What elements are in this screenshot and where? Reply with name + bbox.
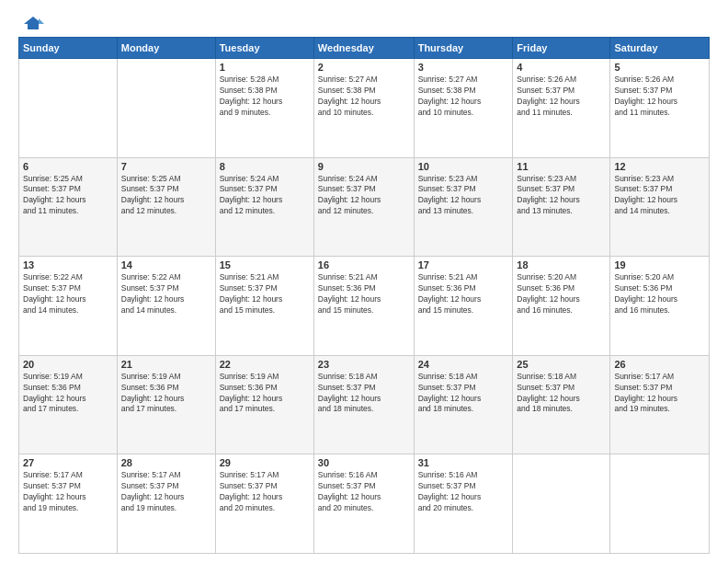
day-info: Sunrise: 5:21 AM Sunset: 5:37 PM Dayligh… xyxy=(220,272,310,316)
day-number: 29 xyxy=(220,457,310,468)
calendar-week-4: 27Sunrise: 5:17 AM Sunset: 5:37 PM Dayli… xyxy=(19,454,710,554)
calendar-cell: 31Sunrise: 5:16 AM Sunset: 5:37 PM Dayli… xyxy=(414,454,513,554)
calendar-week-3: 20Sunrise: 5:19 AM Sunset: 5:36 PM Dayli… xyxy=(19,355,710,454)
calendar-body: 1Sunrise: 5:28 AM Sunset: 5:38 PM Daylig… xyxy=(19,59,710,554)
calendar-cell: 24Sunrise: 5:18 AM Sunset: 5:37 PM Dayli… xyxy=(414,355,513,454)
day-number: 6 xyxy=(23,161,113,172)
day-info: Sunrise: 5:22 AM Sunset: 5:37 PM Dayligh… xyxy=(23,272,113,316)
day-info: Sunrise: 5:24 AM Sunset: 5:37 PM Dayligh… xyxy=(318,174,410,218)
calendar-cell: 27Sunrise: 5:17 AM Sunset: 5:37 PM Dayli… xyxy=(19,454,118,554)
calendar-header-tuesday: Tuesday xyxy=(215,38,313,59)
day-info: Sunrise: 5:16 AM Sunset: 5:37 PM Dayligh… xyxy=(418,470,509,514)
calendar-cell: 21Sunrise: 5:19 AM Sunset: 5:36 PM Dayli… xyxy=(117,355,215,454)
day-info: Sunrise: 5:27 AM Sunset: 5:38 PM Dayligh… xyxy=(318,75,410,119)
day-info: Sunrise: 5:18 AM Sunset: 5:37 PM Dayligh… xyxy=(418,372,509,416)
calendar-cell: 9Sunrise: 5:24 AM Sunset: 5:37 PM Daylig… xyxy=(313,157,414,257)
day-info: Sunrise: 5:28 AM Sunset: 5:38 PM Dayligh… xyxy=(220,75,310,119)
day-info: Sunrise: 5:20 AM Sunset: 5:36 PM Dayligh… xyxy=(517,272,606,316)
calendar-cell: 16Sunrise: 5:21 AM Sunset: 5:36 PM Dayli… xyxy=(313,257,414,356)
calendar-week-1: 6Sunrise: 5:25 AM Sunset: 5:37 PM Daylig… xyxy=(19,157,710,257)
calendar-header-wednesday: Wednesday xyxy=(313,38,414,59)
day-info: Sunrise: 5:17 AM Sunset: 5:37 PM Dayligh… xyxy=(220,470,310,514)
day-info: Sunrise: 5:23 AM Sunset: 5:37 PM Dayligh… xyxy=(614,174,705,218)
logo xyxy=(18,15,44,28)
calendar-week-2: 13Sunrise: 5:22 AM Sunset: 5:37 PM Dayli… xyxy=(19,257,710,356)
day-number: 28 xyxy=(121,457,211,468)
day-number: 10 xyxy=(418,161,509,172)
day-number: 26 xyxy=(614,359,705,370)
day-info: Sunrise: 5:18 AM Sunset: 5:37 PM Dayligh… xyxy=(318,372,410,416)
day-info: Sunrise: 5:25 AM Sunset: 5:37 PM Dayligh… xyxy=(121,174,211,218)
day-number: 8 xyxy=(220,161,310,172)
day-number: 13 xyxy=(23,259,113,270)
calendar-cell: 20Sunrise: 5:19 AM Sunset: 5:36 PM Dayli… xyxy=(19,355,118,454)
calendar-cell: 2Sunrise: 5:27 AM Sunset: 5:38 PM Daylig… xyxy=(313,59,414,158)
day-number: 31 xyxy=(418,457,509,468)
day-info: Sunrise: 5:26 AM Sunset: 5:37 PM Dayligh… xyxy=(517,75,606,119)
calendar-cell: 17Sunrise: 5:21 AM Sunset: 5:36 PM Dayli… xyxy=(414,257,513,356)
calendar-cell: 29Sunrise: 5:17 AM Sunset: 5:37 PM Dayli… xyxy=(215,454,313,554)
day-number: 3 xyxy=(418,62,509,73)
day-info: Sunrise: 5:19 AM Sunset: 5:36 PM Dayligh… xyxy=(121,372,211,416)
calendar-week-0: 1Sunrise: 5:28 AM Sunset: 5:38 PM Daylig… xyxy=(19,59,710,158)
day-number: 11 xyxy=(517,161,606,172)
day-info: Sunrise: 5:17 AM Sunset: 5:37 PM Dayligh… xyxy=(23,470,113,514)
calendar-table: SundayMondayTuesdayWednesdayThursdayFrid… xyxy=(18,37,710,554)
calendar-cell: 6Sunrise: 5:25 AM Sunset: 5:37 PM Daylig… xyxy=(19,157,118,257)
day-info: Sunrise: 5:22 AM Sunset: 5:37 PM Dayligh… xyxy=(121,272,211,316)
day-number: 25 xyxy=(517,359,606,370)
day-info: Sunrise: 5:16 AM Sunset: 5:37 PM Dayligh… xyxy=(318,470,410,514)
calendar-cell xyxy=(610,454,710,554)
day-info: Sunrise: 5:17 AM Sunset: 5:37 PM Dayligh… xyxy=(121,470,211,514)
day-info: Sunrise: 5:23 AM Sunset: 5:37 PM Dayligh… xyxy=(517,174,606,218)
calendar-header-sunday: Sunday xyxy=(19,38,118,59)
calendar-cell: 13Sunrise: 5:22 AM Sunset: 5:37 PM Dayli… xyxy=(19,257,118,356)
calendar-cell: 3Sunrise: 5:27 AM Sunset: 5:38 PM Daylig… xyxy=(414,59,513,158)
calendar-cell: 1Sunrise: 5:28 AM Sunset: 5:38 PM Daylig… xyxy=(215,59,313,158)
calendar-cell: 22Sunrise: 5:19 AM Sunset: 5:36 PM Dayli… xyxy=(215,355,313,454)
day-number: 16 xyxy=(318,259,410,270)
calendar-cell: 4Sunrise: 5:26 AM Sunset: 5:37 PM Daylig… xyxy=(513,59,610,158)
calendar-cell: 5Sunrise: 5:26 AM Sunset: 5:37 PM Daylig… xyxy=(610,59,710,158)
day-number: 1 xyxy=(220,62,310,73)
day-info: Sunrise: 5:24 AM Sunset: 5:37 PM Dayligh… xyxy=(220,174,310,218)
day-number: 4 xyxy=(517,62,606,73)
day-number: 9 xyxy=(318,161,410,172)
calendar-cell: 23Sunrise: 5:18 AM Sunset: 5:37 PM Dayli… xyxy=(313,355,414,454)
calendar-header-saturday: Saturday xyxy=(610,38,710,59)
calendar-cell: 10Sunrise: 5:23 AM Sunset: 5:37 PM Dayli… xyxy=(414,157,513,257)
day-number: 21 xyxy=(121,359,211,370)
day-number: 23 xyxy=(318,359,410,370)
calendar-cell xyxy=(19,59,118,158)
day-info: Sunrise: 5:26 AM Sunset: 5:37 PM Dayligh… xyxy=(614,75,705,119)
day-number: 19 xyxy=(614,259,705,270)
day-info: Sunrise: 5:17 AM Sunset: 5:37 PM Dayligh… xyxy=(614,372,705,416)
calendar-cell xyxy=(513,454,610,554)
calendar-cell: 15Sunrise: 5:21 AM Sunset: 5:37 PM Dayli… xyxy=(215,257,313,356)
calendar-cell: 26Sunrise: 5:17 AM Sunset: 5:37 PM Dayli… xyxy=(610,355,710,454)
day-number: 7 xyxy=(121,161,211,172)
day-number: 15 xyxy=(220,259,310,270)
calendar-cell: 25Sunrise: 5:18 AM Sunset: 5:37 PM Dayli… xyxy=(513,355,610,454)
day-number: 30 xyxy=(318,457,410,468)
day-number: 22 xyxy=(220,359,310,370)
day-info: Sunrise: 5:18 AM Sunset: 5:37 PM Dayligh… xyxy=(517,372,606,416)
day-number: 17 xyxy=(418,259,509,270)
calendar-header-thursday: Thursday xyxy=(414,38,513,59)
day-info: Sunrise: 5:21 AM Sunset: 5:36 PM Dayligh… xyxy=(418,272,509,316)
header xyxy=(18,15,710,28)
day-info: Sunrise: 5:27 AM Sunset: 5:38 PM Dayligh… xyxy=(418,75,509,119)
day-number: 18 xyxy=(517,259,606,270)
calendar-cell: 11Sunrise: 5:23 AM Sunset: 5:37 PM Dayli… xyxy=(513,157,610,257)
day-info: Sunrise: 5:20 AM Sunset: 5:36 PM Dayligh… xyxy=(614,272,705,316)
calendar-header-monday: Monday xyxy=(117,38,215,59)
calendar-cell: 30Sunrise: 5:16 AM Sunset: 5:37 PM Dayli… xyxy=(313,454,414,554)
day-info: Sunrise: 5:25 AM Sunset: 5:37 PM Dayligh… xyxy=(23,174,113,218)
day-info: Sunrise: 5:19 AM Sunset: 5:36 PM Dayligh… xyxy=(23,372,113,416)
page: SundayMondayTuesdayWednesdayThursdayFrid… xyxy=(0,0,728,563)
calendar-cell: 8Sunrise: 5:24 AM Sunset: 5:37 PM Daylig… xyxy=(215,157,313,257)
logo-icon xyxy=(22,15,44,31)
day-number: 20 xyxy=(23,359,113,370)
calendar-cell: 28Sunrise: 5:17 AM Sunset: 5:37 PM Dayli… xyxy=(117,454,215,554)
day-number: 5 xyxy=(614,62,705,73)
